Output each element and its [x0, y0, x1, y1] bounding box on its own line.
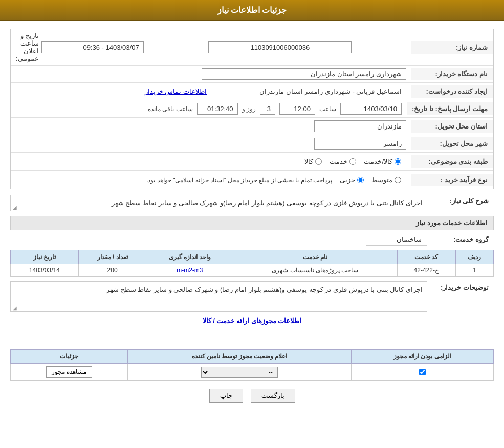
- page-title: جزئیات اطلاعات نیاز: [0, 0, 504, 21]
- shahr-tahvil-value: رامسر: [314, 138, 406, 150]
- tabaqe-bandi-label: طبقه بندی موضوعی:: [411, 155, 493, 168]
- tarikh-saat-value: 1403/03/07 - 09:36: [41, 41, 144, 53]
- col-nam: نام خدمت: [233, 250, 397, 264]
- khadamat-section-title: اطلاعات خدمات مورد نیاز: [10, 216, 494, 230]
- footer-buttons: بازگشت چاپ: [10, 381, 494, 411]
- namDastgah-value: شهرداری رامسر استان مازندران: [202, 68, 406, 80]
- saat-baghimande-label: ساعت باقی مانده: [148, 105, 193, 113]
- motevasset-label: متوسط: [371, 176, 392, 184]
- radio-motevasset[interactable]: متوسط: [371, 176, 401, 184]
- col-joziyat: جزئیات: [11, 350, 128, 364]
- tarikh-saat-label: تاریخ و ساعت اعلان عمومی:: [16, 32, 39, 62]
- permissions-title: اطلاعات مجوزهای ارائه خدمت / کالا: [10, 317, 494, 325]
- col-kod: کد خدمت: [397, 250, 455, 264]
- ealamVaziat-select[interactable]: --: [201, 367, 278, 378]
- ijadKonande-label: ایجاد کننده درخواست:: [411, 85, 493, 98]
- gorohe-khedmat-value: ساختمان: [366, 233, 427, 246]
- back-button[interactable]: بازگشت: [251, 389, 295, 403]
- namDastgah-label: نام دستگاه خریدار:: [411, 68, 493, 80]
- ealamVaziat-cell: --: [128, 364, 351, 381]
- sharhKolli-label: شرح کلی نیاز:: [427, 195, 494, 207]
- shomareNiaz-label: شماره نیاز:: [411, 41, 493, 54]
- cell-nam: ساخت پروژه‌های تاسیسات شهری: [233, 264, 397, 277]
- mohlatErsalPasokh-label: مهلت ارسال پاسخ: تا تاریخ:: [407, 102, 493, 115]
- cell-radif: 1: [455, 264, 493, 277]
- tarikh-pasokh-value: 1403/03/10: [340, 103, 402, 115]
- view-mojaz-button[interactable]: مشاهده مجوز: [46, 366, 92, 378]
- ijadKonande-value: اسماعیل فریانی - شهرداری رامسر استان ماز…: [212, 86, 406, 97]
- cell-tarikh: 1403/03/14: [11, 264, 79, 277]
- saat-pasokh-label: ساعت: [319, 105, 336, 113]
- resize-handle[interactable]: ◢: [12, 205, 17, 210]
- radio-kalaKhedmat[interactable]: کالا/خدمت: [364, 158, 401, 165]
- kala-label: کالا: [304, 158, 313, 165]
- noeFarayand-label: نوع فرآیند خرید :: [411, 174, 493, 186]
- radio-jazei[interactable]: جزیی: [340, 176, 364, 184]
- etelaat-tamas-link[interactable]: اطلاعات تماس خریدار: [145, 88, 207, 95]
- elzami-checkbox[interactable]: [419, 369, 426, 375]
- col-vahed: واحد اندازه گیری: [146, 250, 233, 264]
- saat-baghimande-value: 01:32:40: [197, 103, 238, 115]
- col-radif: ردیف: [455, 250, 493, 264]
- tosih-kharidar-label: توضیحات خریدار:: [427, 281, 494, 294]
- radio-khedmat[interactable]: خدمت: [330, 158, 356, 165]
- shahr-tahvil-label: شهر محل تحویل:: [411, 137, 493, 150]
- col-ealamVaziat: اعلام وضعیت مجوز توسط نامین کننده: [128, 350, 351, 364]
- farayand-description: پرداخت تمام یا بخشی از مبلغ خریداز محل "…: [146, 177, 332, 184]
- sharhKolli-value: اجرای کانال بتنی با درپوش فلزی در کوچه ی…: [112, 199, 423, 207]
- services-table: ردیف کد خدمت نام خدمت واحد اندازه گیری ت…: [10, 250, 494, 277]
- roz-pasokh-label: روز و: [242, 105, 256, 113]
- gorohe-khedmat-label: گروه خدمت:: [427, 233, 494, 246]
- shomareNiaz-value: 1103091006000036: [208, 41, 352, 53]
- cell-vahed: m-m2-m3: [146, 264, 233, 277]
- khedmat-label: خدمت: [330, 158, 347, 165]
- table-row: 1 ج-422-42 ساخت پروژه‌های تاسیسات شهری m…: [11, 264, 494, 277]
- col-tedad: تعداد / مقدار: [78, 250, 146, 264]
- ostan-tahvil-label: استان محل تحویل:: [411, 120, 493, 133]
- col-tarikh: تاریخ نیاز: [11, 250, 79, 264]
- cell-tedad: 200: [78, 264, 146, 277]
- joziyat-cell: مشاهده مجوز: [11, 364, 128, 381]
- permissions-table: الزامی بودن ارائه مجوز اعلام وضعیت مجوز …: [10, 349, 494, 381]
- saat-pasokh-value: 12:00: [279, 103, 315, 115]
- elzami-cell: [351, 364, 494, 381]
- radio-kala[interactable]: کالا: [304, 158, 322, 165]
- ostan-tahvil-value: مازندران: [314, 120, 406, 132]
- jazei-label: جزیی: [340, 176, 355, 184]
- print-button[interactable]: چاپ: [209, 389, 243, 403]
- cell-kod: ج-422-42: [397, 264, 455, 277]
- tosih-kharidar-value: اجرای کانال بتنی با درپوش فلزی در کوچه ی…: [106, 286, 423, 293]
- tosih-resize-handle[interactable]: ◢: [12, 305, 17, 310]
- roz-pasokh-value: 3: [260, 103, 275, 115]
- kalaKhedmat-label: کالا/خدمت: [364, 158, 392, 165]
- col-elzami: الزامی بودن ارائه مجوز: [351, 350, 494, 364]
- permissions-row: -- مشاهده مجوز: [11, 364, 494, 381]
